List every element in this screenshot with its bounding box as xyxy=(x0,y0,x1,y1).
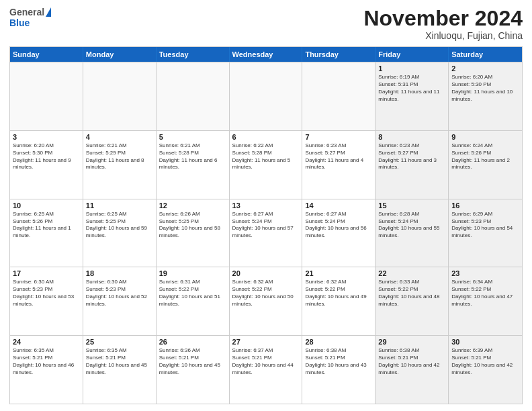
calendar-cell: 9Sunrise: 6:24 AM Sunset: 5:26 PM Daylig… xyxy=(449,131,522,199)
weekday-header: Thursday xyxy=(302,47,375,62)
calendar-cell: 11Sunrise: 6:25 AM Sunset: 5:25 PM Dayli… xyxy=(83,199,157,267)
day-number: 27 xyxy=(232,338,300,346)
calendar-row: 10Sunrise: 6:25 AM Sunset: 5:26 PM Dayli… xyxy=(10,199,522,267)
header: General Blue November 2024 Xinluoqu, Fuj… xyxy=(9,7,523,41)
calendar-row: 3Sunrise: 6:20 AM Sunset: 5:30 PM Daylig… xyxy=(10,130,522,199)
location-title: Xinluoqu, Fujian, China xyxy=(363,30,523,41)
day-number: 14 xyxy=(305,201,372,210)
calendar-cell xyxy=(230,62,303,130)
calendar-cell: 30Sunrise: 6:39 AM Sunset: 5:21 PM Dayli… xyxy=(449,336,522,404)
calendar-cell: 29Sunrise: 6:38 AM Sunset: 5:21 PM Dayli… xyxy=(375,336,449,404)
calendar-row: 1Sunrise: 6:19 AM Sunset: 5:31 PM Daylig… xyxy=(10,62,522,130)
calendar-cell: 20Sunrise: 6:32 AM Sunset: 5:22 PM Dayli… xyxy=(230,267,303,335)
calendar-cell xyxy=(83,62,157,130)
day-info: Sunrise: 6:34 AM Sunset: 5:22 PM Dayligh… xyxy=(451,279,519,308)
calendar-cell: 17Sunrise: 6:30 AM Sunset: 5:23 PM Dayli… xyxy=(10,267,83,335)
day-info: Sunrise: 6:32 AM Sunset: 5:22 PM Dayligh… xyxy=(232,279,300,308)
day-number: 15 xyxy=(378,201,445,210)
calendar-cell: 14Sunrise: 6:27 AM Sunset: 5:24 PM Dayli… xyxy=(302,199,375,267)
calendar-cell: 28Sunrise: 6:38 AM Sunset: 5:21 PM Dayli… xyxy=(302,336,375,404)
calendar-cell: 12Sunrise: 6:26 AM Sunset: 5:25 PM Dayli… xyxy=(157,199,230,267)
logo-triangle-icon xyxy=(46,7,51,17)
calendar-header: SundayMondayTuesdayWednesdayThursdayFrid… xyxy=(10,47,522,62)
day-info: Sunrise: 6:26 AM Sunset: 5:25 PM Dayligh… xyxy=(159,211,226,240)
day-info: Sunrise: 6:38 AM Sunset: 5:21 PM Dayligh… xyxy=(378,347,445,376)
calendar-cell: 23Sunrise: 6:34 AM Sunset: 5:22 PM Dayli… xyxy=(449,267,522,335)
day-info: Sunrise: 6:22 AM Sunset: 5:28 PM Dayligh… xyxy=(232,142,300,171)
calendar-cell: 18Sunrise: 6:30 AM Sunset: 5:23 PM Dayli… xyxy=(83,267,157,335)
day-number: 10 xyxy=(13,201,80,210)
calendar-cell: 16Sunrise: 6:29 AM Sunset: 5:23 PM Dayli… xyxy=(449,199,522,267)
day-number: 11 xyxy=(86,201,153,210)
calendar-cell: 4Sunrise: 6:21 AM Sunset: 5:29 PM Daylig… xyxy=(83,131,157,199)
calendar-cell: 27Sunrise: 6:37 AM Sunset: 5:21 PM Dayli… xyxy=(230,336,303,404)
day-info: Sunrise: 6:36 AM Sunset: 5:21 PM Dayligh… xyxy=(159,347,226,376)
day-info: Sunrise: 6:33 AM Sunset: 5:22 PM Dayligh… xyxy=(378,279,445,308)
day-info: Sunrise: 6:28 AM Sunset: 5:24 PM Dayligh… xyxy=(378,211,445,240)
day-info: Sunrise: 6:20 AM Sunset: 5:30 PM Dayligh… xyxy=(451,74,519,103)
day-info: Sunrise: 6:30 AM Sunset: 5:23 PM Dayligh… xyxy=(86,279,153,308)
day-info: Sunrise: 6:29 AM Sunset: 5:23 PM Dayligh… xyxy=(451,211,519,240)
calendar-cell: 10Sunrise: 6:25 AM Sunset: 5:26 PM Dayli… xyxy=(10,199,83,267)
day-number: 13 xyxy=(232,201,300,210)
day-number: 7 xyxy=(305,133,372,141)
day-number: 19 xyxy=(159,269,226,277)
calendar-cell: 8Sunrise: 6:23 AM Sunset: 5:27 PM Daylig… xyxy=(375,131,449,199)
calendar-cell: 22Sunrise: 6:33 AM Sunset: 5:22 PM Dayli… xyxy=(375,267,449,335)
day-info: Sunrise: 6:23 AM Sunset: 5:27 PM Dayligh… xyxy=(305,142,372,171)
calendar: SundayMondayTuesdayWednesdayThursdayFrid… xyxy=(9,46,523,404)
day-info: Sunrise: 6:39 AM Sunset: 5:21 PM Dayligh… xyxy=(451,347,519,376)
day-info: Sunrise: 6:35 AM Sunset: 5:21 PM Dayligh… xyxy=(13,347,80,376)
day-info: Sunrise: 6:38 AM Sunset: 5:21 PM Dayligh… xyxy=(305,347,372,376)
day-number: 5 xyxy=(159,133,226,141)
day-info: Sunrise: 6:23 AM Sunset: 5:27 PM Dayligh… xyxy=(378,142,445,171)
weekday-header: Wednesday xyxy=(230,47,303,62)
weekday-header: Friday xyxy=(375,47,449,62)
day-info: Sunrise: 6:24 AM Sunset: 5:26 PM Dayligh… xyxy=(451,142,519,171)
day-number: 28 xyxy=(305,338,372,346)
day-info: Sunrise: 6:35 AM Sunset: 5:21 PM Dayligh… xyxy=(86,347,153,376)
day-number: 24 xyxy=(13,338,80,346)
day-number: 4 xyxy=(86,133,153,141)
day-number: 12 xyxy=(159,201,226,210)
day-info: Sunrise: 6:19 AM Sunset: 5:31 PM Dayligh… xyxy=(378,74,445,103)
day-number: 2 xyxy=(451,64,519,73)
calendar-row: 17Sunrise: 6:30 AM Sunset: 5:23 PM Dayli… xyxy=(10,267,522,335)
day-info: Sunrise: 6:25 AM Sunset: 5:25 PM Dayligh… xyxy=(86,211,153,240)
calendar-row: 24Sunrise: 6:35 AM Sunset: 5:21 PM Dayli… xyxy=(10,335,522,404)
day-number: 16 xyxy=(451,201,519,210)
day-info: Sunrise: 6:31 AM Sunset: 5:22 PM Dayligh… xyxy=(159,279,226,308)
weekday-header: Sunday xyxy=(10,47,83,62)
day-info: Sunrise: 6:37 AM Sunset: 5:21 PM Dayligh… xyxy=(232,347,300,376)
weekday-header: Monday xyxy=(83,47,157,62)
calendar-cell: 15Sunrise: 6:28 AM Sunset: 5:24 PM Dayli… xyxy=(375,199,449,267)
day-number: 20 xyxy=(232,269,300,277)
calendar-cell: 5Sunrise: 6:21 AM Sunset: 5:28 PM Daylig… xyxy=(157,131,230,199)
day-info: Sunrise: 6:25 AM Sunset: 5:26 PM Dayligh… xyxy=(13,211,80,240)
calendar-cell: 24Sunrise: 6:35 AM Sunset: 5:21 PM Dayli… xyxy=(10,336,83,404)
day-number: 29 xyxy=(378,338,445,346)
day-info: Sunrise: 6:32 AM Sunset: 5:22 PM Dayligh… xyxy=(305,279,372,308)
day-number: 3 xyxy=(13,133,80,141)
day-number: 9 xyxy=(451,133,519,141)
day-number: 17 xyxy=(13,269,80,277)
day-number: 8 xyxy=(378,133,445,141)
day-info: Sunrise: 6:21 AM Sunset: 5:28 PM Dayligh… xyxy=(159,142,226,171)
day-number: 6 xyxy=(232,133,300,141)
day-number: 22 xyxy=(378,269,445,277)
calendar-cell: 13Sunrise: 6:27 AM Sunset: 5:24 PM Dayli… xyxy=(230,199,303,267)
day-info: Sunrise: 6:27 AM Sunset: 5:24 PM Dayligh… xyxy=(305,211,372,240)
day-number: 21 xyxy=(305,269,372,277)
day-info: Sunrise: 6:21 AM Sunset: 5:29 PM Dayligh… xyxy=(86,142,153,171)
month-title: November 2024 xyxy=(363,7,523,30)
day-number: 18 xyxy=(86,269,153,277)
calendar-cell: 25Sunrise: 6:35 AM Sunset: 5:21 PM Dayli… xyxy=(83,336,157,404)
calendar-cell: 6Sunrise: 6:22 AM Sunset: 5:28 PM Daylig… xyxy=(230,131,303,199)
day-number: 23 xyxy=(451,269,519,277)
calendar-cell xyxy=(157,62,230,130)
calendar-cell: 26Sunrise: 6:36 AM Sunset: 5:21 PM Dayli… xyxy=(157,336,230,404)
logo-general-text: General xyxy=(9,7,44,17)
day-number: 1 xyxy=(378,64,445,73)
calendar-body: 1Sunrise: 6:19 AM Sunset: 5:31 PM Daylig… xyxy=(10,62,522,404)
calendar-cell: 19Sunrise: 6:31 AM Sunset: 5:22 PM Dayli… xyxy=(157,267,230,335)
